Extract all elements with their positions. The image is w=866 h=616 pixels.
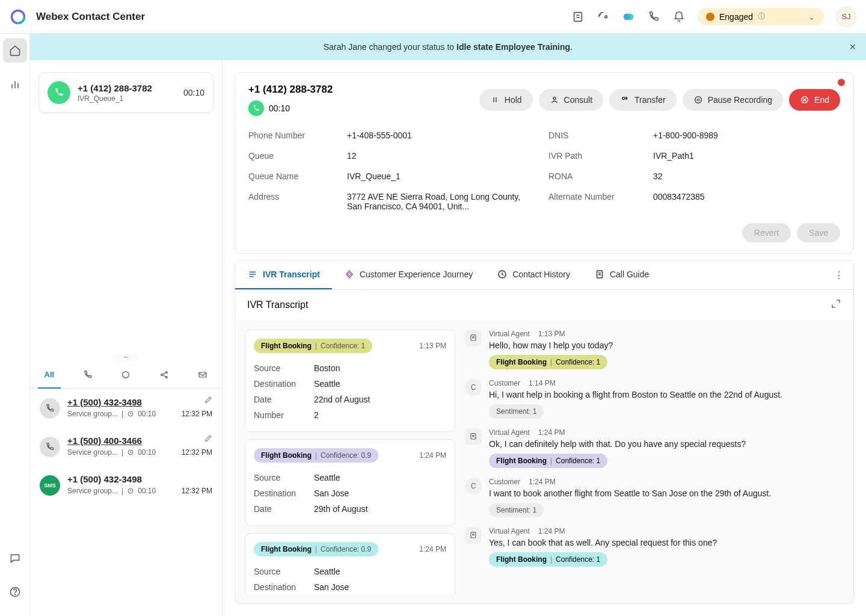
message-text: Hello, how may I help you today? bbox=[489, 340, 839, 350]
intent-key: Destination bbox=[254, 379, 314, 389]
edit-icon[interactable] bbox=[204, 433, 213, 445]
interaction-panel: +1 (412) 288-3782 00:10 Hold Consult Tra… bbox=[223, 60, 866, 616]
message-sender: Customer bbox=[489, 379, 520, 387]
history-list: +1 (500) 432-3498Service group...|00:101… bbox=[30, 389, 222, 617]
history-item[interactable]: SMS+1 (500) 432-3498Service group...|00:… bbox=[30, 466, 222, 504]
consult-button[interactable]: Consult bbox=[539, 89, 603, 111]
intent-key: Date bbox=[254, 395, 314, 404]
intent-value: Seattle bbox=[314, 567, 340, 576]
phone-icon bbox=[48, 81, 70, 104]
outdial-icon[interactable] bbox=[597, 10, 610, 23]
tabs-overflow-menu[interactable]: ⋮ bbox=[825, 270, 853, 281]
message-text: I want to book another flight from Seatt… bbox=[489, 488, 839, 498]
panel-resize-handle[interactable]: ═ bbox=[114, 353, 138, 362]
revert-button[interactable]: Revert bbox=[742, 223, 791, 242]
history-number: +1 (500) 432-3498 bbox=[67, 397, 212, 407]
tab-contact-history[interactable]: Contact History bbox=[485, 260, 582, 289]
customer-avatar-icon: C bbox=[465, 478, 482, 494]
intent-column: Flight Booking|Confidence: 11:13 PMSourc… bbox=[245, 330, 455, 594]
app-title: Webex Contact Center bbox=[36, 11, 145, 23]
svg-line-17 bbox=[163, 372, 166, 374]
history-item[interactable]: +1 (500) 400-3466Service group...|00:101… bbox=[30, 427, 222, 466]
message-sender: Virtual Agent bbox=[489, 428, 530, 437]
tab-customer-journey[interactable]: Customer Experience Journey bbox=[332, 260, 485, 289]
intent-badge: Flight Booking|Confidence: 1 bbox=[254, 339, 372, 353]
agent-status-dropdown[interactable]: Engaged ⓘ ⌄ bbox=[698, 8, 824, 25]
bell-icon[interactable] bbox=[672, 10, 686, 23]
detail-label: Phone Number bbox=[248, 131, 333, 140]
tab-calls[interactable] bbox=[69, 362, 107, 388]
history-item[interactable]: +1 (500) 432-3498Service group...|00:101… bbox=[30, 389, 222, 427]
svg-point-45 bbox=[473, 435, 474, 437]
recording-indicator bbox=[838, 79, 845, 86]
hold-button[interactable]: Hold bbox=[479, 89, 533, 111]
phone-icon[interactable] bbox=[647, 10, 660, 23]
message-text: Ok, I can definitely help with that. Do … bbox=[489, 439, 839, 449]
tab-social[interactable] bbox=[145, 362, 183, 388]
intent-key: Destination bbox=[254, 488, 314, 498]
message-sender: Customer bbox=[489, 478, 520, 486]
tab-call-guide[interactable]: Call Guide bbox=[582, 260, 661, 289]
close-icon[interactable]: ✕ bbox=[849, 42, 856, 52]
svg-point-5 bbox=[605, 16, 607, 18]
svg-rect-44 bbox=[471, 434, 476, 439]
nav-analytics[interactable] bbox=[3, 72, 27, 96]
tab-chat[interactable] bbox=[107, 362, 146, 388]
sentiment-badge: Sentiment: 1 bbox=[489, 404, 544, 419]
history-tabs: All bbox=[30, 362, 222, 389]
tab-ivr-transcript[interactable]: IVR Transcript bbox=[235, 260, 332, 289]
agent-avatar-icon bbox=[465, 527, 482, 544]
customer-avatar-icon: C bbox=[465, 379, 482, 396]
intent-card[interactable]: Flight Booking|Confidence: 0.91:24 PMSou… bbox=[245, 439, 455, 526]
detail-value: +1-408-555-0001 bbox=[347, 131, 534, 140]
expand-icon[interactable] bbox=[831, 298, 841, 312]
conversation-column: Virtual Agent1:13 PMHello, how may I hel… bbox=[465, 330, 844, 594]
detail-label: Queue Name bbox=[248, 171, 333, 181]
intent-time: 1:24 PM bbox=[419, 545, 446, 553]
message: Virtual Agent1:24 PMOk, I can definitely… bbox=[465, 428, 839, 468]
chevron-down-icon: ⌄ bbox=[808, 12, 815, 22]
intent-badge: Flight Booking|Confidence: 1 bbox=[489, 454, 607, 468]
nav-help[interactable] bbox=[3, 580, 27, 604]
intent-value: Seattle bbox=[314, 473, 340, 482]
transfer-button[interactable]: Transfer bbox=[609, 89, 677, 111]
tab-all[interactable]: All bbox=[30, 362, 69, 388]
intent-card[interactable]: Flight Booking|Confidence: 11:13 PMSourc… bbox=[245, 330, 455, 432]
notes-icon[interactable] bbox=[571, 10, 585, 23]
app-logo bbox=[10, 8, 26, 25]
svg-point-12 bbox=[14, 594, 15, 595]
nav-home[interactable] bbox=[3, 38, 27, 63]
history-meta: Service group...|00:1012:32 PM bbox=[67, 410, 212, 418]
svg-rect-42 bbox=[471, 335, 476, 340]
phone-icon bbox=[40, 437, 60, 457]
message-sender: Virtual Agent bbox=[489, 527, 530, 535]
history-meta: Service group...|00:1012:32 PM bbox=[67, 448, 212, 457]
svg-point-16 bbox=[166, 376, 168, 378]
detail-label: Alternate Number bbox=[548, 192, 639, 211]
agent-avatar-icon bbox=[465, 330, 482, 346]
phone-icon bbox=[248, 100, 264, 116]
pause-recording-button[interactable]: Pause Recording bbox=[683, 89, 783, 111]
intent-value: Boston bbox=[314, 363, 340, 373]
detail-label: RONA bbox=[548, 171, 639, 181]
svg-point-15 bbox=[166, 371, 168, 373]
avatar[interactable]: SJ bbox=[836, 7, 856, 27]
tab-email[interactable] bbox=[183, 362, 222, 388]
call-header-timer: 00:10 bbox=[269, 103, 290, 113]
intent-card[interactable]: Flight Booking|Confidence: 0.91:24 PMSou… bbox=[245, 533, 455, 594]
edit-icon[interactable] bbox=[204, 395, 213, 407]
intent-key: Destination bbox=[254, 582, 314, 592]
intent-value: San Jose bbox=[314, 488, 349, 498]
webex-icon[interactable] bbox=[622, 10, 635, 23]
svg-point-47 bbox=[473, 534, 474, 535]
status-label: Engaged bbox=[719, 12, 753, 22]
active-task-card[interactable]: +1 (412) 288-3782 IVR_Queue_1 00:10 bbox=[38, 72, 213, 113]
message-text: Yes, I can book that as well. Any specia… bbox=[489, 538, 839, 547]
message: CCustomer1:14 PMHi, I want help in booki… bbox=[465, 379, 839, 419]
save-button[interactable]: Save bbox=[797, 223, 840, 242]
end-button[interactable]: End bbox=[789, 89, 840, 111]
message-text: Hi, I want help in booking a flight from… bbox=[489, 390, 839, 399]
message: Virtual Agent1:13 PMHello, how may I hel… bbox=[465, 330, 839, 369]
nav-chat[interactable] bbox=[3, 546, 27, 570]
intent-value: San Jose bbox=[314, 582, 349, 592]
